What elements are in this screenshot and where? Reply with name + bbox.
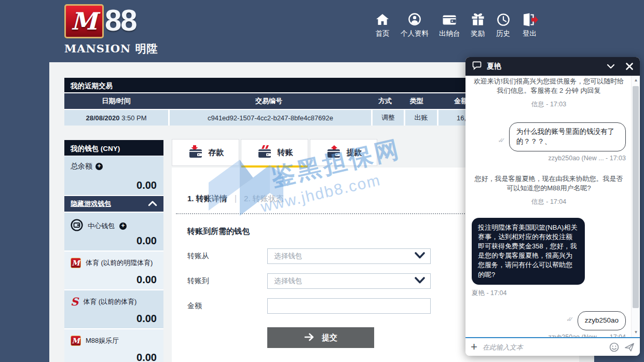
transfer-to-label: 转账到 xyxy=(187,276,267,286)
emoji-icon[interactable] xyxy=(609,342,619,352)
cashier-icon xyxy=(442,12,457,27)
wallet-item-central[interactable]: 中心钱包 + 0.00 xyxy=(64,213,163,250)
m88-logo[interactable]: M 88 MANSION 明陞 xyxy=(64,4,158,56)
withdraw-wallet-icon xyxy=(325,145,342,161)
tab-withdraw-label: 提款 xyxy=(347,148,362,158)
chat-message-meta: zzyb250ao (New ... - 17:04 xyxy=(472,333,626,337)
nav-logout[interactable]: 登出 xyxy=(522,12,538,38)
m88-number: 88 xyxy=(105,4,136,36)
transfer-to-select[interactable]: 选择钱包 xyxy=(267,273,431,289)
rewards-icon xyxy=(471,12,485,27)
brand-text: MANSION 明陞 xyxy=(64,41,158,56)
wallet-item-label: M88娱乐厅 xyxy=(86,336,119,345)
wallet-item-value: 0.00 xyxy=(136,235,157,247)
wallet-item-sports[interactable]: S 体育 (以前的体育) 0.00 xyxy=(64,290,163,328)
nav-home-label: 首页 xyxy=(376,29,390,38)
nav-home[interactable]: 首页 xyxy=(375,12,390,38)
chat-text-input[interactable] xyxy=(483,343,604,351)
nav-profile-label: 个人资料 xyxy=(401,29,429,38)
step-status: 2. 转账状态 xyxy=(244,194,284,204)
attach-plus-icon[interactable]: + xyxy=(471,342,477,352)
delivered-ticks-icon: ✓✓ xyxy=(566,315,574,330)
tab-transfer[interactable]: 转账 xyxy=(241,139,308,166)
txn-time: 3:50 PM xyxy=(121,114,146,122)
logout-icon xyxy=(522,12,538,27)
wallet-item-value: 0.00 xyxy=(136,313,157,325)
nav-rewards-label: 奖励 xyxy=(471,29,485,38)
tab-transfer-label: 转账 xyxy=(278,148,293,158)
tab-withdraw[interactable]: 提款 xyxy=(310,139,377,166)
chat-message-meta: 夏艳 - 17:04 xyxy=(472,289,626,298)
m88-monogram: M xyxy=(71,7,98,35)
col-method-header: 方式 xyxy=(369,96,401,106)
cell-method: 调整 xyxy=(373,110,404,126)
chat-message-meta: 信息 - 17:04 xyxy=(472,198,626,206)
transfer-steps: 1. 转账详情 | 2. 转账状态 xyxy=(187,193,284,204)
send-icon[interactable] xyxy=(624,342,635,352)
nav-rewards[interactable]: 奖励 xyxy=(471,12,485,38)
transfer-wallet-icon xyxy=(256,145,273,161)
deposit-wallet-icon xyxy=(187,145,204,161)
hidden-wallets-toggle[interactable]: 隐藏游戏钱包 xyxy=(64,196,163,212)
scroll-down-icon[interactable]: ▼ xyxy=(632,329,640,336)
chat-scrollbar[interactable]: ▲ ▼ xyxy=(631,76,640,337)
wallet-item-label: 体育 (以前的体育) xyxy=(83,297,136,307)
amount-input[interactable] xyxy=(267,298,431,314)
chat-minimize-icon[interactable] xyxy=(606,63,615,69)
wallet-item-msports[interactable]: M 体育 (以前的明陞体育) 0.00 xyxy=(64,252,163,289)
transfer-from-label: 转账从 xyxy=(187,252,267,261)
select-placeholder: 选择钱包 xyxy=(274,252,302,261)
chat-agent-name: 夏艳 xyxy=(487,62,601,71)
step-divider: | xyxy=(235,193,237,204)
wallet-item-label: 体育 (以前的明陞体育) xyxy=(86,258,153,268)
chevron-down-icon xyxy=(415,252,425,261)
chat-system-message: 您好，我是客服夏艳，现在由我来协助您。我是否可以知道您的M88用户名呢? xyxy=(472,174,626,193)
cell-type: 出账 xyxy=(405,110,437,126)
profile-icon xyxy=(407,12,422,27)
submit-label: 提交 xyxy=(322,333,337,343)
plus-icon[interactable]: + xyxy=(95,163,103,170)
chevron-up-icon xyxy=(148,200,157,208)
history-icon xyxy=(496,12,511,27)
plus-icon[interactable]: + xyxy=(119,222,127,230)
scrollbar-thumb[interactable] xyxy=(633,86,639,308)
nav-logout-label: 登出 xyxy=(523,29,537,38)
nav-cashier[interactable]: 出纳台 xyxy=(439,12,460,38)
tab-deposit-label: 存款 xyxy=(209,148,224,158)
wallet-sidebar: 我的钱包 (CNY) 总余额 + 0.00 隐藏游戏钱包 中心钱包 + 0.00 xyxy=(64,140,163,362)
central-wallet-icon xyxy=(71,219,83,233)
live-chat-widget: 夏艳 欢迎来访!我们很高兴为您提供服务，您可以随时给我们信息。客服将在 2 分钟… xyxy=(465,57,640,356)
nav-history-label: 历史 xyxy=(496,29,510,38)
m88-square-icon: M xyxy=(71,336,81,346)
submit-button[interactable]: 提交 xyxy=(267,327,374,348)
transfer-from-select[interactable]: 选择钱包 xyxy=(267,248,431,264)
nav-cashier-label: 出纳台 xyxy=(439,29,460,38)
chat-input-bar: + xyxy=(465,337,640,356)
delivered-ticks-icon: ✓✓ xyxy=(498,136,505,151)
col-type-header: 类型 xyxy=(401,96,432,106)
chat-close-icon[interactable] xyxy=(625,62,634,71)
chat-user-message: zzyb250ao xyxy=(578,311,626,330)
wallet-item-casino[interactable]: M M88娱乐厅 0.00 xyxy=(64,329,163,362)
wallet-title: 我的钱包 (CNY) xyxy=(64,140,163,156)
arrow-right-icon xyxy=(304,333,316,343)
hidden-wallets-label: 隐藏游戏钱包 xyxy=(71,199,111,208)
chat-message-meta: 信息 - 17:03 xyxy=(472,100,626,109)
select-placeholder: 选择钱包 xyxy=(274,276,302,286)
wallet-total-block: 总余额 + 0.00 xyxy=(64,156,163,195)
tab-deposit[interactable]: 存款 xyxy=(172,139,239,166)
chevron-down-icon xyxy=(415,276,425,286)
nav-history[interactable]: 历史 xyxy=(496,12,511,38)
cell-date: 28/08/2020 3:50 PM xyxy=(64,110,168,126)
wallet-item-value: 0.00 xyxy=(136,274,157,286)
m88-square-icon: M xyxy=(71,258,81,268)
s-sports-icon: S xyxy=(71,297,78,307)
wallet-item-value: 0.00 xyxy=(136,352,157,362)
chat-header[interactable]: 夏艳 xyxy=(465,57,640,76)
form-section-title: 转账到所需的钱包 xyxy=(187,227,250,236)
scroll-up-icon[interactable]: ▲ xyxy=(632,77,640,84)
nav-profile[interactable]: 个人资料 xyxy=(401,12,429,38)
amount-label: 金额 xyxy=(187,301,267,311)
wallet-item-label: 中心钱包 xyxy=(88,221,115,231)
chat-system-message: 欢迎来访!我们很高兴为您提供服务，您可以随时给我们信息。客服将在 2 分钟 内回… xyxy=(472,77,626,96)
